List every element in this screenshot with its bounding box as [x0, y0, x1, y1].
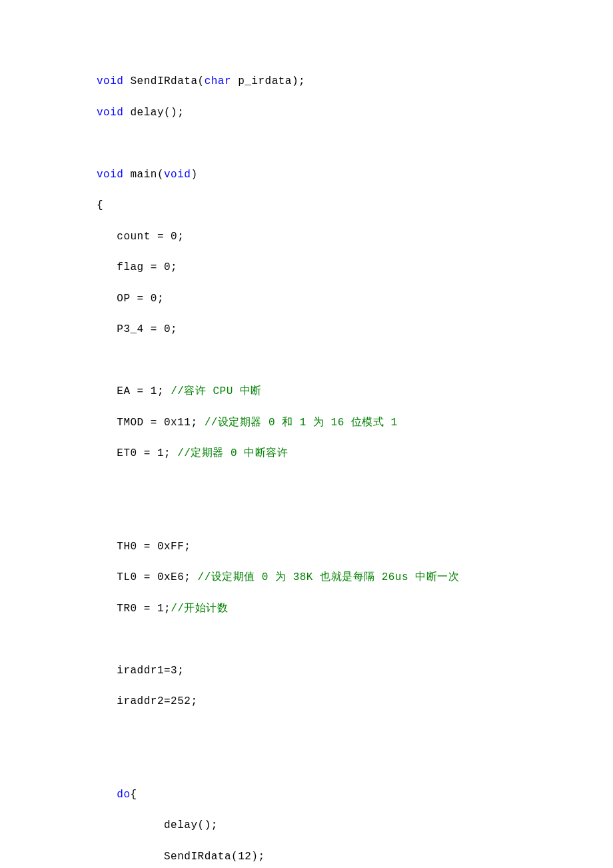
code-text	[97, 789, 117, 801]
code-line: OP = 0;	[97, 291, 613, 307]
keyword: do	[117, 789, 130, 801]
code-text: ET0 = 1;	[97, 447, 177, 459]
comment: //设定期器 0 和 1 为 16 位模式 1	[205, 417, 398, 429]
code-line: iraddr2=252;	[97, 693, 613, 709]
comment: //定期器 0 中断容许	[177, 447, 288, 459]
code-block: void SendIRdata(char p_irdata);void dela…	[97, 73, 613, 868]
code-line: ET0 = 1; //定期器 0 中断容许	[97, 445, 613, 461]
code-text: TMOD = 0x11;	[97, 417, 205, 429]
code-text: {	[131, 789, 137, 801]
code-text: SendIRdata(	[123, 75, 204, 87]
code-line: TH0 = 0xFF;	[97, 539, 613, 555]
code-text: )	[191, 169, 197, 181]
code-line	[97, 755, 613, 771]
code-line	[97, 507, 613, 523]
code-line: void delay();	[97, 105, 613, 121]
code-line	[97, 631, 613, 647]
keyword: void	[97, 107, 123, 119]
code-text: flag = 0;	[97, 261, 177, 273]
code-line: SendIRdata(12);	[97, 849, 613, 865]
keyword: void	[97, 75, 123, 87]
code-text: SendIRdata(12);	[97, 851, 265, 863]
code-line: TL0 = 0xE6; //设定期值 0 为 38K 也就是每隔 26us 中断…	[97, 569, 613, 585]
code-text: p_irdata);	[231, 75, 305, 87]
code-line: do{	[97, 787, 613, 803]
keyword: void	[164, 169, 191, 181]
code-line: count = 0;	[97, 229, 613, 245]
code-text: OP = 0;	[97, 293, 164, 305]
code-line: void main(void)	[97, 167, 613, 183]
code-text: main(	[123, 169, 164, 181]
code-line: void SendIRdata(char p_irdata);	[97, 73, 613, 89]
code-page: void SendIRdata(char p_irdata);void dela…	[0, 0, 613, 868]
code-text: TR0 = 1;	[97, 603, 171, 615]
code-text: iraddr1=3;	[97, 665, 184, 677]
code-text: iraddr2=252;	[97, 695, 198, 707]
code-text: delay();	[123, 107, 184, 119]
comment: //开始计数	[171, 603, 228, 615]
code-line	[97, 353, 613, 369]
keyword: void	[97, 169, 123, 181]
code-text: EA = 1;	[97, 385, 171, 397]
code-line	[97, 135, 613, 151]
code-line: flag = 0;	[97, 259, 613, 275]
code-line: delay();	[97, 817, 613, 833]
code-text: TL0 = 0xE6;	[97, 571, 198, 583]
comment: //容许 CPU 中断	[171, 385, 262, 397]
code-line: P3_4 = 0;	[97, 321, 613, 337]
code-text: TH0 = 0xFF;	[97, 541, 191, 553]
code-text: P3_4 = 0;	[97, 323, 177, 335]
code-text: delay();	[97, 819, 218, 831]
code-line: EA = 1; //容许 CPU 中断	[97, 383, 613, 399]
code-line: iraddr1=3;	[97, 663, 613, 679]
code-line	[97, 477, 613, 493]
comment: //设定期值 0 为 38K 也就是每隔 26us 中断一次	[198, 571, 460, 583]
code-text: count = 0;	[97, 231, 184, 243]
code-text: {	[97, 199, 103, 211]
code-line: TR0 = 1;//开始计数	[97, 601, 613, 617]
code-line	[97, 725, 613, 741]
code-line: {	[97, 197, 613, 213]
code-line: TMOD = 0x11; //设定期器 0 和 1 为 16 位模式 1	[97, 415, 613, 431]
keyword: char	[205, 75, 231, 87]
